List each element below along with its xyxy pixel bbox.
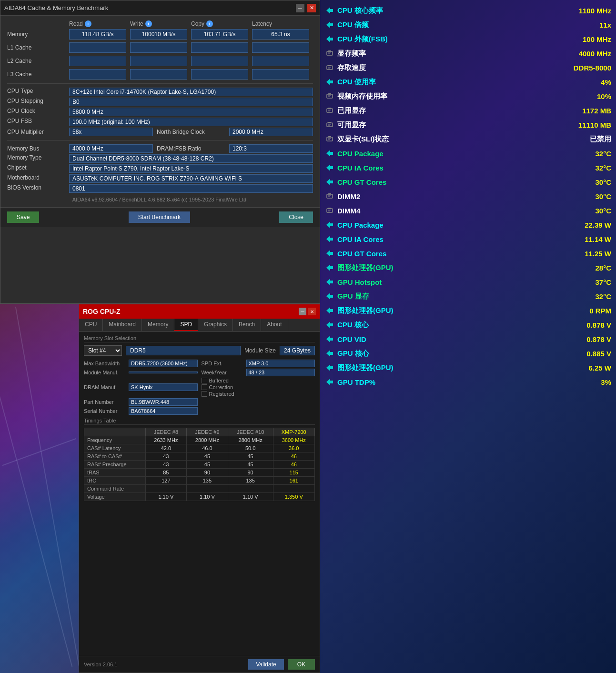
minimize-button[interactable]: ─ [296, 4, 304, 12]
l2-latency[interactable] [252, 56, 309, 66]
cpu-stepping-label: CPU Stepping [7, 98, 69, 106]
registered-label: Registered [209, 391, 234, 397]
hw-value-24: 0.885 V [554, 350, 611, 358]
svg-marker-45 [326, 307, 333, 314]
hw-row-14: DIMM430°C [325, 204, 611, 217]
tab-about[interactable]: About [261, 319, 288, 331]
tab-memory[interactable]: Memory [142, 319, 174, 331]
timing-xmp-2: 46 [273, 452, 314, 461]
hw-value-15: 22.39 W [554, 221, 611, 229]
tab-spd[interactable]: SPD [174, 319, 198, 331]
memory-latency[interactable] [252, 29, 309, 40]
timing-j10-2: 45 [228, 452, 273, 461]
arrow-icon-1 [325, 20, 334, 30]
part-number-row: Part Number BL.9BWWR.448 [84, 398, 198, 406]
module-manuf-row: Module Manuf. [84, 369, 198, 376]
l1-copy[interactable] [191, 42, 248, 53]
hw-value-6: 10% [554, 92, 611, 100]
th-jedec8: JEDEC #8 [145, 428, 187, 436]
l3-copy[interactable] [191, 69, 248, 80]
arrow-icon-25 [325, 363, 334, 372]
chip-icon-9 [325, 134, 334, 144]
memory-bus-label: Memory Bus [7, 145, 69, 152]
hw-value-1: 11x [554, 21, 611, 29]
hw-row-9: 双显卡(SLI)状态已禁用 [325, 132, 611, 146]
dram-fsb-value: 120:3 [229, 144, 313, 153]
copy-info-icon[interactable]: i [206, 20, 213, 27]
timing-label-6: Command Rate [84, 485, 146, 493]
svg-marker-2 [326, 36, 333, 42]
hw-row-8: 可用显存11110 MB [325, 118, 611, 131]
correction-checkbox[interactable] [202, 384, 207, 390]
dram-fsb-label: DRAM:FSB Ratio [153, 145, 229, 152]
aida64-content: Read i Write i Copy i Latency Memory L1 … [0, 16, 320, 207]
tab-cpu[interactable]: CPU [79, 319, 103, 331]
max-bw-label: Max Bandwidth [84, 361, 127, 366]
l1-read[interactable] [69, 42, 126, 53]
hw-row-13: DIMM230°C [325, 190, 611, 203]
hw-label-7: 已用显存 [337, 106, 554, 115]
arrow-icon-17 [325, 249, 334, 258]
read-info-icon[interactable]: i [85, 20, 91, 27]
hw-row-16: CPU IA Cores11.14 W [325, 232, 611, 246]
svg-rect-21 [328, 122, 331, 123]
hw-label-25: 图形处理器(GPU) [337, 363, 554, 372]
memory-write[interactable] [130, 29, 187, 40]
cpuz-close-button[interactable]: ✕ [308, 308, 316, 315]
hw-value-14: 30°C [554, 207, 611, 215]
timing-label-3: RAS# Precharge [84, 461, 146, 469]
memory-copy[interactable] [191, 29, 248, 40]
cpuz-minimize-button[interactable]: ─ [299, 308, 306, 315]
bench-row-memory: Memory [7, 29, 313, 40]
start-benchmark-button[interactable]: Start Benchmark [129, 211, 190, 223]
hw-row-10: CPU Package32°C [325, 147, 611, 160]
cpu-type-label: CPU Type [7, 88, 69, 96]
l2-read[interactable] [69, 56, 126, 66]
timing-row-0: Frequency 2633 MHz 2800 MHz 2800 MHz 360… [84, 436, 315, 444]
memory-read[interactable] [69, 29, 126, 40]
buffered-checkbox[interactable] [202, 378, 207, 383]
l3-read[interactable] [69, 69, 126, 80]
th-jedec10: JEDEC #10 [228, 428, 273, 436]
timing-j9-0: 2800 MHz [187, 436, 228, 444]
l2-copy[interactable] [191, 56, 248, 66]
l3-latency[interactable] [252, 69, 309, 80]
l1-write[interactable] [130, 42, 187, 53]
header-write: Write i [130, 20, 191, 27]
tab-bench[interactable]: Bench [233, 319, 261, 331]
hw-value-3: 4000 MHz [554, 50, 611, 58]
tab-graphics[interactable]: Graphics [198, 319, 233, 331]
spec-motherboard: Motherboard ASUSTeK COMPUTER INC. ROG ST… [7, 174, 313, 183]
timing-j10-6 [228, 485, 273, 493]
l3-write[interactable] [130, 69, 187, 80]
slot-row: Slot #4 DDR5 Module Size 24 GBytes [84, 345, 315, 356]
ok-button[interactable]: OK [288, 659, 315, 670]
hw-value-16: 11.14 W [554, 235, 611, 243]
l2-write[interactable] [130, 56, 187, 66]
hw-row-25: 图形处理器(GPU)6.25 W [325, 361, 611, 374]
correction-label: Correction [209, 384, 233, 390]
save-button[interactable]: Save [7, 211, 39, 223]
arrow-icon-21 [325, 306, 334, 315]
registered-checkbox[interactable] [202, 391, 207, 397]
module-size-value: 24 GBytes [280, 346, 315, 355]
part-number-label: Part Number [84, 399, 127, 405]
hw-label-24: GPU 核心 [337, 349, 554, 358]
tab-mainboard[interactable]: Mainboard [103, 319, 142, 331]
bios-value: 0801 [69, 184, 313, 193]
slot-select[interactable]: Slot #4 [84, 345, 122, 356]
cpuz-titlebar: ROG CPU-Z ─ ✕ [79, 304, 320, 319]
svg-rect-32 [328, 193, 331, 194]
spec-memory-type: Memory Type Dual Channel DDR5-8000 SDRAM… [7, 154, 313, 163]
validate-button[interactable]: Validate [248, 659, 283, 670]
close-button[interactable]: Close [279, 211, 313, 223]
close-button-aida[interactable]: ✕ [307, 4, 316, 12]
svg-rect-13 [328, 93, 331, 94]
hw-label-26: GPU TDP% [337, 378, 554, 386]
svg-marker-47 [326, 336, 333, 342]
write-info-icon[interactable]: i [145, 20, 152, 27]
timing-row-5: tRC 127 135 135 161 [84, 477, 315, 485]
cpu-type-value: 8C+12c Intel Core i7-14700K (Raptor Lake… [69, 88, 313, 96]
l1-latency[interactable] [252, 42, 309, 53]
timing-row-7: Voltage 1.10 V 1.10 V 1.10 V 1.350 V [84, 493, 315, 501]
